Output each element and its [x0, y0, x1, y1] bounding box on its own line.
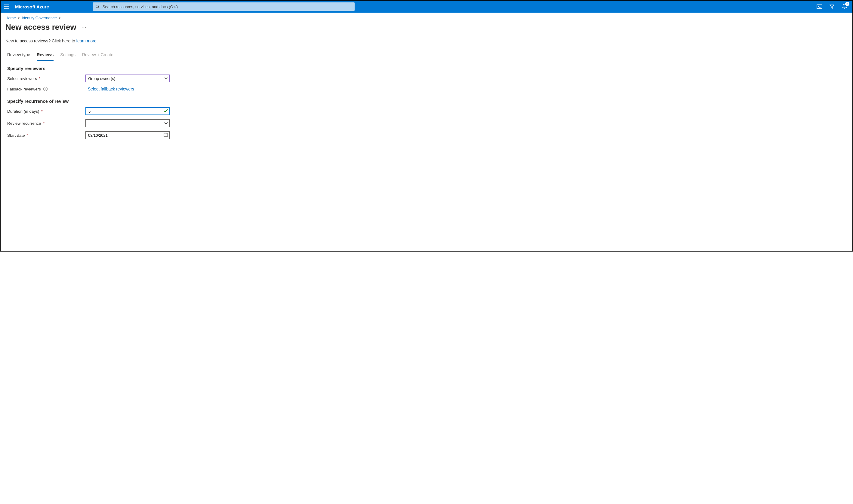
select-reviewers-value: Group owner(s)	[88, 76, 115, 81]
directory-filter-button[interactable]	[828, 2, 836, 11]
select-fallback-reviewers-link[interactable]: Select fallback reviewers	[85, 87, 134, 91]
helper-prefix: New to access reviews? Click here to	[5, 38, 76, 43]
svg-point-3	[96, 5, 99, 8]
tab-review-type[interactable]: Review type	[7, 51, 30, 61]
svg-marker-7	[830, 5, 834, 8]
svg-line-4	[98, 7, 99, 9]
page-content: Home > Identity Governance > New access …	[1, 13, 852, 251]
breadcrumb-home[interactable]: Home	[5, 16, 16, 20]
search-input[interactable]	[102, 4, 352, 9]
calendar-icon[interactable]	[163, 133, 168, 138]
global-search[interactable]	[93, 2, 354, 11]
svg-rect-5	[817, 5, 822, 9]
review-recurrence-label: Review recurrence*	[7, 121, 85, 126]
check-icon	[163, 109, 168, 113]
section-specify-recurrence: Specify recurrence of review	[7, 98, 848, 104]
cloud-shell-button[interactable]	[815, 2, 823, 11]
review-recurrence-dropdown[interactable]	[85, 119, 170, 127]
helper-suffix: .	[97, 38, 98, 43]
breadcrumb: Home > Identity Governance >	[5, 16, 848, 20]
chevron-right-icon: >	[59, 16, 61, 20]
chevron-right-icon: >	[18, 16, 20, 20]
section-specify-reviewers: Specify reviewers	[7, 66, 848, 71]
select-reviewers-label: Select reviewers*	[7, 76, 85, 81]
fallback-reviewers-label: Fallback reviewers i	[7, 87, 85, 91]
start-date-label: Start date*	[7, 133, 85, 138]
tab-review-create: Review + Create	[82, 51, 114, 61]
notifications-button[interactable]: 2	[840, 2, 849, 11]
start-date-input[interactable]	[85, 131, 170, 139]
tab-settings: Settings	[60, 51, 75, 61]
duration-input[interactable]	[85, 107, 170, 115]
hamburger-menu-button[interactable]	[2, 2, 11, 11]
page-title: New access review	[5, 22, 76, 32]
notification-badge: 2	[845, 2, 849, 6]
search-icon	[95, 4, 100, 9]
select-reviewers-dropdown[interactable]: Group owner(s)	[85, 74, 170, 82]
info-icon[interactable]: i	[43, 87, 48, 91]
tab-reviews[interactable]: Reviews	[37, 51, 54, 61]
svg-rect-8	[164, 133, 168, 137]
azure-topbar: Microsoft Azure	[1, 1, 852, 13]
duration-label: Duration (in days)*	[7, 109, 85, 113]
brand-label[interactable]: Microsoft Azure	[15, 4, 49, 9]
more-actions-button[interactable]: ⋯	[81, 24, 87, 31]
learn-more-link[interactable]: learn more	[76, 38, 97, 43]
breadcrumb-identity-governance[interactable]: Identity Governance	[22, 16, 56, 20]
helper-text: New to access reviews? Click here to lea…	[5, 38, 848, 43]
wizard-tabs: Review type Reviews Settings Review + Cr…	[5, 51, 848, 61]
